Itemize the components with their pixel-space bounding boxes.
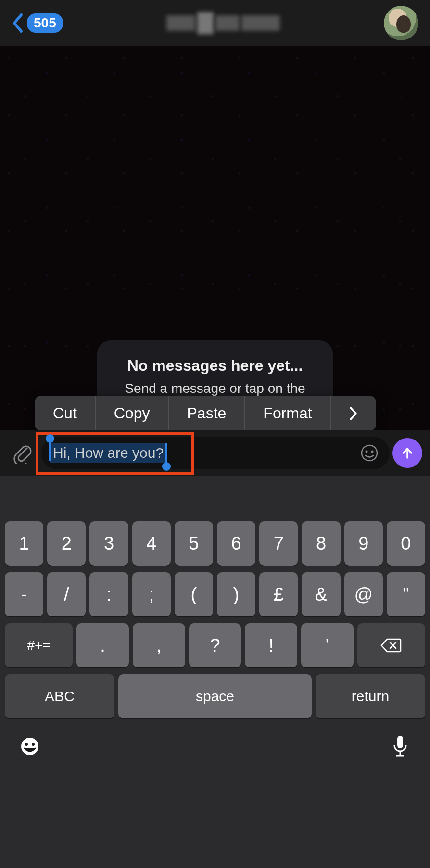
key-rparen[interactable]: ) (217, 572, 255, 616)
keyboard: 1 2 3 4 5 6 7 8 9 0 - / : ; ( ) £ & @ " … (0, 476, 430, 868)
backspace-icon (380, 637, 402, 654)
context-copy[interactable]: Copy (96, 396, 169, 431)
svg-point-11 (366, 451, 368, 453)
arrow-up-icon (400, 445, 415, 461)
key-slash[interactable]: / (47, 572, 86, 616)
chevron-right-icon (349, 406, 358, 421)
sticker-button[interactable] (358, 443, 381, 463)
key-8[interactable]: 8 (302, 521, 340, 566)
chat-title-obscured[interactable] (166, 12, 280, 34)
avatar[interactable] (384, 6, 418, 40)
emoji-icon (19, 736, 40, 757)
selection-handle-right[interactable] (165, 443, 167, 464)
svg-point-13 (21, 738, 38, 755)
dictation-button[interactable] (389, 735, 412, 758)
key-pound[interactable]: £ (259, 572, 298, 616)
key-colon[interactable]: : (89, 572, 128, 616)
key-0[interactable]: 0 (387, 521, 425, 566)
svg-point-12 (371, 451, 374, 453)
key-at[interactable]: @ (344, 572, 383, 616)
key-symbols-switch[interactable]: #+= (5, 623, 73, 667)
message-text-selected[interactable]: Hi, How are you? (50, 443, 166, 463)
key-period[interactable]: . (76, 623, 129, 667)
key-return[interactable]: return (316, 674, 425, 718)
key-4[interactable]: 4 (132, 521, 171, 566)
greeting-title: No messages here yet... (118, 357, 312, 375)
svg-point-10 (362, 445, 377, 461)
smiley-icon (360, 443, 379, 463)
key-question[interactable]: ? (189, 623, 241, 667)
key-6[interactable]: 6 (217, 521, 255, 566)
svg-point-14 (25, 743, 28, 746)
key-7[interactable]: 7 (259, 521, 298, 566)
message-text-value: Hi, How are you? (53, 445, 164, 461)
key-1[interactable]: 1 (5, 521, 43, 566)
context-cut[interactable]: Cut (35, 396, 96, 431)
key-3[interactable]: 3 (89, 521, 128, 566)
back-button[interactable]: 505 (12, 13, 63, 33)
attach-button[interactable] (8, 442, 38, 464)
key-lparen[interactable]: ( (175, 572, 213, 616)
selection-handle-left[interactable] (49, 440, 51, 461)
text-context-menu: Cut Copy Paste Format (35, 396, 376, 431)
context-format[interactable]: Format (245, 396, 330, 431)
key-9[interactable]: 9 (344, 521, 383, 566)
key-dash[interactable]: - (5, 572, 43, 616)
key-apostrophe[interactable]: ' (301, 623, 354, 667)
microphone-icon (392, 735, 409, 758)
chat-header: 505 (0, 0, 430, 46)
chevron-left-icon (12, 13, 24, 33)
key-semicolon[interactable]: ; (132, 572, 171, 616)
key-exclaim[interactable]: ! (245, 623, 297, 667)
keyboard-row-2: - / : ; ( ) £ & @ " (5, 572, 425, 616)
keyboard-row-3: #+= . , ? ! ' (5, 623, 425, 667)
context-more[interactable] (331, 396, 376, 431)
key-space[interactable]: space (118, 674, 312, 718)
svg-rect-16 (397, 736, 403, 748)
emoji-keyboard-button[interactable] (18, 735, 41, 758)
key-abc[interactable]: ABC (5, 674, 114, 718)
message-input-bar: Hi, How are you? (0, 430, 430, 476)
svg-point-15 (32, 743, 35, 746)
send-button[interactable] (392, 438, 422, 468)
key-comma[interactable]: , (133, 623, 185, 667)
keyboard-row-4: ABC space return (5, 674, 425, 718)
unread-badge: 505 (27, 13, 63, 33)
keyboard-bottom-bar (5, 725, 425, 762)
paperclip-icon (13, 442, 34, 464)
context-paste[interactable]: Paste (169, 396, 245, 431)
keyboard-suggestion-bar[interactable] (5, 486, 425, 516)
key-backspace[interactable] (357, 623, 425, 667)
key-2[interactable]: 2 (47, 521, 86, 566)
key-amp[interactable]: & (302, 572, 340, 616)
key-quote[interactable]: " (387, 572, 425, 616)
keyboard-row-1: 1 2 3 4 5 6 7 8 9 0 (5, 521, 425, 566)
message-field[interactable]: Hi, How are you? (41, 437, 390, 469)
key-5[interactable]: 5 (175, 521, 213, 566)
